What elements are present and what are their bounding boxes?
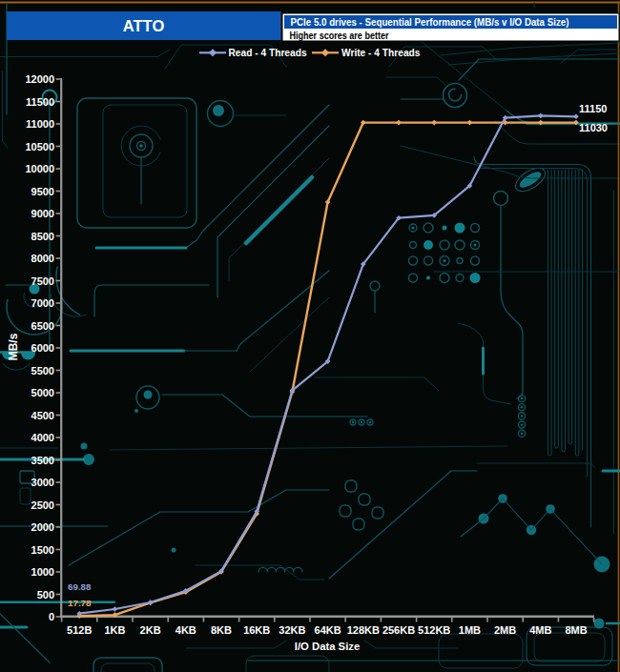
- svg-text:8500: 8500: [31, 231, 54, 242]
- svg-text:8MB: 8MB: [565, 624, 587, 636]
- svg-text:8000: 8000: [31, 253, 54, 264]
- svg-text:2MB: 2MB: [494, 624, 516, 636]
- svg-text:0: 0: [49, 611, 54, 622]
- svg-text:5500: 5500: [31, 365, 54, 377]
- svg-text:4KB: 4KB: [176, 624, 196, 636]
- svg-text:500: 500: [37, 589, 54, 601]
- svg-text:6500: 6500: [31, 320, 54, 332]
- svg-text:2000: 2000: [31, 521, 54, 533]
- svg-text:MB/s: MB/s: [7, 333, 20, 360]
- svg-text:1MB: 1MB: [459, 624, 481, 636]
- svg-text:7000: 7000: [31, 297, 54, 309]
- svg-text:4MB: 4MB: [529, 624, 551, 636]
- svg-text:3500: 3500: [31, 455, 54, 466]
- svg-text:Write - 4 Threads: Write - 4 Threads: [341, 48, 421, 58]
- svg-text:9000: 9000: [31, 208, 54, 219]
- svg-text:8KB: 8KB: [211, 624, 232, 636]
- svg-text:32KB: 32KB: [279, 624, 305, 636]
- svg-text:10500: 10500: [25, 141, 54, 153]
- svg-text:Read - 4 Threads: Read - 4 Threads: [229, 48, 307, 58]
- svg-text:ATTO: ATTO: [123, 17, 165, 35]
- svg-text:2KB: 2KB: [140, 624, 161, 636]
- svg-text:PCIe 5.0 drives - Sequential P: PCIe 5.0 drives - Sequential Performance…: [291, 16, 569, 28]
- svg-text:17.78: 17.78: [68, 598, 92, 608]
- svg-text:69.88: 69.88: [68, 581, 92, 592]
- svg-text:1KB: 1KB: [104, 624, 125, 636]
- svg-text:11030: 11030: [579, 122, 608, 133]
- svg-text:11150: 11150: [579, 103, 607, 114]
- svg-text:3000: 3000: [31, 477, 54, 488]
- svg-text:11500: 11500: [26, 96, 54, 108]
- svg-text:1000: 1000: [31, 566, 54, 578]
- svg-text:Higher scores are better: Higher scores are better: [290, 30, 390, 41]
- svg-text:1500: 1500: [31, 544, 54, 556]
- svg-text:12000: 12000: [25, 73, 54, 85]
- svg-text:5000: 5000: [31, 387, 54, 398]
- svg-text:7500: 7500: [31, 275, 54, 287]
- svg-text:9500: 9500: [31, 186, 54, 197]
- svg-text:10000: 10000: [25, 163, 54, 174]
- svg-text:I/O Data Size: I/O Data Size: [295, 641, 360, 652]
- svg-text:2500: 2500: [31, 499, 54, 511]
- svg-text:64KB: 64KB: [315, 624, 341, 636]
- svg-text:11000: 11000: [26, 118, 54, 130]
- svg-text:4000: 4000: [31, 432, 54, 443]
- svg-text:6000: 6000: [31, 342, 54, 354]
- svg-text:4500: 4500: [31, 410, 54, 421]
- svg-text:512KB: 512KB: [418, 624, 450, 636]
- svg-text:128KB: 128KB: [347, 624, 380, 636]
- svg-text:512B: 512B: [67, 624, 92, 636]
- svg-text:16KB: 16KB: [243, 624, 270, 636]
- svg-text:256KB: 256KB: [382, 624, 415, 636]
